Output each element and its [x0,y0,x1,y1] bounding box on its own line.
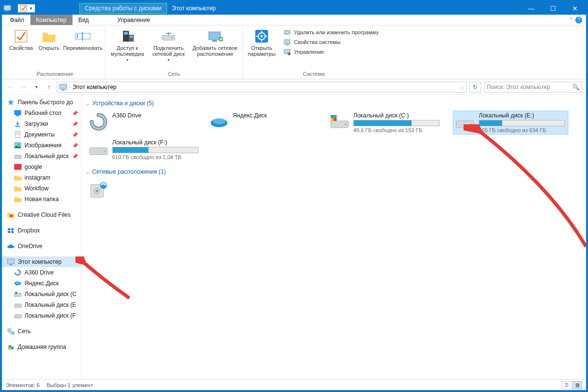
group-devices-header[interactable]: ⌵Устройства и диски (5) [86,100,581,107]
onedrive-icon [7,242,15,250]
sidebar-downloads[interactable]: Загрузки📌 [2,118,81,129]
settings-gear-icon [254,28,270,44]
svg-rect-49 [14,304,22,307]
sidebar-this-pc[interactable]: Этот компьютер [2,256,81,267]
open-button[interactable]: Открыть [38,27,60,51]
open-settings-button[interactable]: Открыть параметры [247,27,276,57]
sidebar-disk-c[interactable]: Локальный диск (C [2,289,81,300]
breadcrumb[interactable]: › Этот компьютер ⌄ [57,82,466,92]
group-network-header[interactable]: ⌵Сетевые расположения (1) [86,168,581,175]
chevron-down-icon: ⌵ [86,101,89,106]
sidebar-local-disk-pin[interactable]: Локальный диск📌 [2,151,81,161]
rename-button[interactable]: Переименовать [65,27,101,51]
refresh-button[interactable]: ↻ [469,82,481,92]
up-button[interactable]: ↑ [44,82,54,92]
close-button[interactable]: ✕ [564,2,586,15]
add-network-location-button[interactable]: Добавить сетевое расположение [192,27,239,62]
sidebar-quick-access[interactable]: Панель быстрого до [2,97,81,108]
qat-dropdown-icon[interactable]: ▾ [28,4,34,12]
sidebar-homegroup[interactable]: Домашняя группа [2,342,81,352]
svg-rect-2 [21,5,26,11]
open-folder-icon [41,28,57,44]
svg-point-59 [345,124,346,125]
tab-view[interactable]: Вид [73,15,95,25]
media-access-button[interactable]: Доступ к мультимедиа▾ [109,27,146,62]
collapse-ribbon-icon[interactable]: ˄ [570,17,572,23]
svg-rect-31 [14,110,21,115]
usage-bar [353,120,440,126]
sidebar-onedrive[interactable]: OneDrive [2,241,81,252]
maximize-button[interactable]: ☐ [542,2,564,15]
address-bar: ← → ▾ ↑ › Этот компьютер ⌄ ↻ Поиск: Этот… [2,79,586,95]
sidebar-yandex[interactable]: Яндекс.Диск [2,278,81,289]
svg-point-12 [172,37,173,39]
system-properties-icon [283,38,291,46]
content-pane: ⌵Устройства и диски (5) A360 Drive Яндек… [81,95,586,379]
qat-properties-icon[interactable] [19,4,28,12]
sidebar-documents[interactable]: Документы📌 [2,129,81,140]
svg-point-46 [15,282,20,284]
sidebar-instagram[interactable]: instagram [2,172,81,183]
svg-point-38 [16,144,17,145]
drive-tools-context-tab[interactable]: Средства работы с дисками [79,3,167,14]
sidebar-new-folder[interactable]: Новая папка [2,194,81,205]
svg-rect-6 [82,32,83,41]
drive-icon [330,112,349,132]
svg-point-65 [470,124,472,125]
svg-rect-11 [162,35,175,40]
manage-button[interactable]: Управление [283,48,379,56]
recent-locations-button[interactable]: ▾ [31,82,41,92]
sidebar-dropbox[interactable]: Dropbox [2,225,81,236]
svg-point-42 [10,214,13,217]
item-network-location[interactable] [86,179,116,202]
svg-point-70 [96,190,98,192]
homegroup-icon [7,343,15,351]
item-yandex-disk[interactable]: Яндекс.Диск [207,111,318,135]
forward-button[interactable]: → [19,82,28,92]
sidebar-workflow[interactable]: Workflow [2,183,81,194]
tab-computer[interactable]: Компьютер [30,15,73,25]
svg-rect-29 [60,84,67,89]
sidebar-creative-cloud[interactable]: Creative Cloud Files [2,209,81,220]
item-disk-e[interactable]: Локальный диск (E:) 465 ГБ свободно из 6… [453,111,568,135]
svg-rect-26 [286,45,289,46]
item-disk-c[interactable]: Локальный диск (C:) 49,6 ГБ свободно из … [327,111,443,135]
sidebar-a360[interactable]: A360 Drive [2,267,81,278]
svg-point-67 [104,151,105,152]
help-icon[interactable]: ? [575,17,582,23]
tab-manage[interactable]: Управление [111,15,156,25]
item-disk-f[interactable]: Локальный диск (F:) 610 ГБ свободно из 1… [86,138,202,161]
sidebar-network[interactable]: Сеть [2,326,81,337]
minimize-button[interactable]: — [520,2,542,15]
svg-point-28 [288,52,291,55]
sidebar-disk-f[interactable]: Локальный диск (F [2,310,81,321]
folder-icon [14,163,22,171]
uninstall-button[interactable]: Удалить или изменить программу [283,28,379,36]
breadcrumb-segment[interactable]: Этот компьютер [73,84,117,91]
desktop-icon [14,109,22,117]
this-pc-icon [7,258,15,266]
search-box[interactable]: Поиск: Этот компьютер 🔍 [484,82,582,92]
dropbox-icon [7,227,15,234]
network-drive-icon [89,181,108,200]
svg-point-40 [20,156,21,157]
sidebar-google[interactable]: google [2,161,81,172]
ribbon: Свойства Открыть Переименовать Расположе… [2,25,586,79]
tab-file[interactable]: Файл [4,15,30,25]
sidebar-desktop[interactable]: Рабочий стол📌 [2,108,81,118]
system-icon[interactable] [2,5,13,12]
properties-button[interactable]: Свойства [9,27,33,51]
sidebar-pictures[interactable]: Изображения📌 [2,140,81,151]
svg-rect-62 [331,118,334,121]
map-drive-button[interactable]: Подключить сетевой диск▾ [150,27,187,62]
media-access-icon [120,28,135,44]
drive-icon [14,152,22,160]
pin-icon: 📌 [72,121,78,127]
item-a360-drive[interactable]: A360 Drive [86,111,197,135]
view-tiles-button[interactable]: ▦ [572,381,582,389]
sidebar-disk-e[interactable]: Локальный диск (E [2,300,81,310]
back-button[interactable]: ← [6,82,16,92]
view-details-button[interactable]: ☰ [562,381,571,389]
system-properties-button[interactable]: Свойства системы [283,38,379,46]
documents-icon [14,131,22,138]
